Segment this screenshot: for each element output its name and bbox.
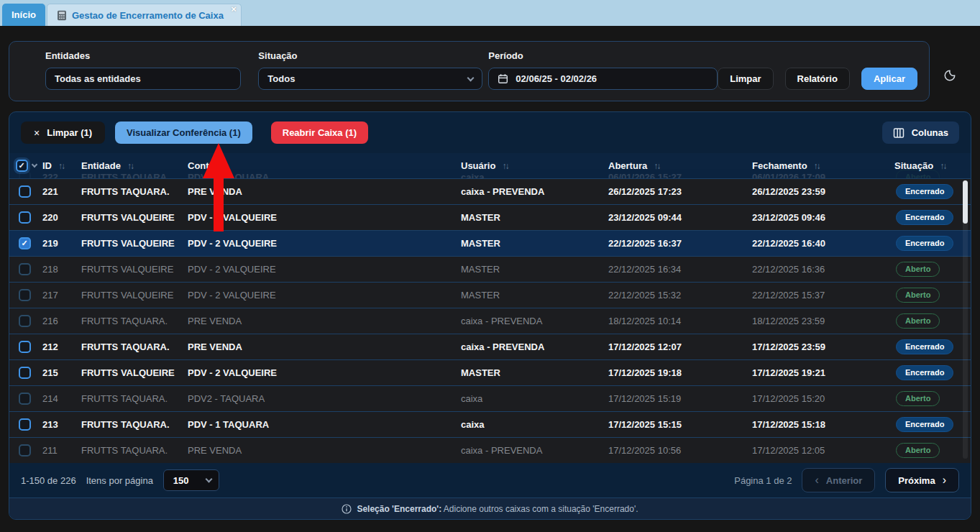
cell-conta: PDV - 2 VALQUEIRE	[185, 367, 458, 378]
info-bold: Seleção 'Encerrado':	[357, 504, 441, 514]
table-row[interactable]: 215 FRUTTS VALQUEIRE PDV - 2 VALQUEIRE M…	[9, 359, 971, 385]
cell-usuario: MASTER	[458, 238, 605, 249]
entidades-input[interactable]: Todas as entidades	[45, 68, 241, 90]
table-row[interactable]: 216 FRUTTS TAQUARA. PRE VENDA caixa - PR…	[9, 308, 971, 334]
row-checkbox[interactable]	[19, 315, 31, 327]
cell-abertura: 22/12/2025 16:34	[605, 264, 749, 275]
table-row[interactable]: 218 FRUTTS VALQUEIRE PDV - 2 VALQUEIRE M…	[9, 256, 971, 282]
per-page-value: 150	[173, 475, 189, 486]
column-header-situacao[interactable]: Situação↑↓	[883, 160, 971, 171]
periodo-date-input[interactable]: 02/06/25 - 02/02/26	[488, 68, 718, 90]
cell-usuario: caixa - PREVENDA	[458, 186, 605, 197]
limpar-selection-button[interactable]: × Limpar (1)	[21, 121, 105, 144]
column-header-entidade[interactable]: Entidade↑↓	[78, 160, 185, 171]
sort-icon[interactable]: ↑↓	[814, 161, 820, 171]
tab-close-icon[interactable]: ×	[231, 5, 237, 14]
cell-usuario: MASTER	[458, 264, 605, 275]
cell-id: 212	[40, 341, 78, 352]
cell-situacao: Aberto	[883, 443, 971, 458]
cell-usuario: caixa - PREVENDA	[458, 445, 605, 456]
sort-icon[interactable]: ↑↓	[502, 161, 508, 171]
row-checkbox[interactable]	[19, 367, 31, 379]
dark-mode-toggle[interactable]	[937, 63, 963, 88]
cell-situacao: Encerrado	[883, 365, 971, 380]
vertical-scrollbar[interactable]	[963, 180, 968, 459]
page-info: Página 1 de 2	[734, 475, 792, 486]
situacao-select[interactable]: Todos	[258, 68, 482, 90]
sort-icon[interactable]: ↑↓	[654, 161, 659, 171]
status-badge: Aberto	[896, 262, 940, 277]
tab-inicio[interactable]: Início	[2, 4, 45, 26]
cell-entidade: FRUTTS VALQUEIRE	[78, 264, 185, 275]
cell-usuario: MASTER	[458, 367, 605, 378]
status-badge: Aberto	[896, 288, 940, 303]
cell-entidade: FRUTTS TAQUARA.	[78, 419, 185, 430]
row-checkbox[interactable]	[19, 185, 31, 198]
cell-abertura: 17/12/2025 12:07	[605, 341, 749, 352]
cell-conta: PDV - 2 VALQUEIRE	[185, 290, 458, 301]
info-text: Adicione outros caixas com a situação 'E…	[444, 504, 638, 514]
table-row[interactable]: 212 FRUTTS TAQUARA. PRE VENDA caixa - PR…	[9, 334, 971, 359]
row-checkbox[interactable]	[19, 444, 31, 457]
column-header-fechamento[interactable]: Fechamento↑↓	[749, 160, 883, 171]
cell-abertura: 18/12/2025 10:14	[605, 316, 749, 326]
aplicar-button[interactable]: Aplicar	[861, 68, 917, 90]
column-header-id[interactable]: ID↑↓	[40, 160, 78, 171]
cell-conta: PDV - 1 TAQUARA	[185, 419, 458, 430]
reabrir-caixa-button[interactable]: Reabrir Caixa (1)	[271, 121, 368, 144]
table-row[interactable]: 217 FRUTTS VALQUEIRE PDV - 2 VALQUEIRE M…	[9, 282, 971, 308]
selection-toolbar: × Limpar (1) Visualizar Conferência (1) …	[9, 112, 971, 153]
sort-icon[interactable]: ↑↓	[58, 161, 64, 171]
cell-id: 216	[40, 316, 78, 326]
table-row[interactable]: 213 FRUTTS TAQUARA. PDV - 1 TAQUARA caix…	[9, 411, 971, 437]
table-row[interactable]: 214 FRUTTS TAQUARA. PDV2 - TAQUARA caixa…	[9, 385, 971, 411]
row-checkbox[interactable]	[19, 211, 31, 224]
cell-situacao: Aberto	[883, 313, 971, 329]
tab-gestao-encerramento[interactable]: Gestao de Encerramento de Caixa ×	[47, 4, 242, 26]
per-page-select[interactable]: 150	[163, 469, 219, 491]
table-row[interactable]: ✓ 219 FRUTTS VALQUEIRE PDV - 2 VALQUEIRE…	[9, 230, 971, 256]
cell-fechamento: 17/12/2025 23:59	[749, 341, 883, 352]
calculator-icon	[57, 10, 67, 21]
chevron-right-icon: ›	[943, 477, 946, 484]
status-badge: Encerrado	[896, 184, 953, 199]
cell-conta: PDV - 2 VALQUEIRE	[185, 212, 458, 223]
range-label: 1-150 de 226	[21, 475, 76, 486]
status-badge: Encerrado	[896, 365, 953, 380]
cell-fechamento: 22/12/2025 16:36	[749, 264, 883, 275]
row-checkbox[interactable]	[19, 263, 31, 275]
table-row[interactable]: 221 FRUTTS TAQUARA. PRE VENDA caixa - PR…	[9, 178, 971, 204]
row-checkbox[interactable]	[19, 289, 31, 301]
column-header-abertura[interactable]: Abertura↑↓	[605, 160, 749, 171]
table-row[interactable]: 211 FRUTTS TAQUARA. PRE VENDA caixa - PR…	[9, 437, 971, 463]
row-checkbox[interactable]	[19, 341, 31, 353]
cell-fechamento: 22/12/2025 16:40	[749, 238, 883, 249]
row-checkbox[interactable]: ✓	[19, 237, 31, 249]
select-all-checkbox[interactable]: ✓	[16, 160, 28, 172]
cell-entidade: FRUTTS VALQUEIRE	[78, 238, 185, 249]
cell-id: 211	[40, 445, 78, 456]
limpar-filter-button[interactable]: Limpar	[718, 68, 773, 90]
table-body: 221 FRUTTS TAQUARA. PRE VENDA caixa - PR…	[9, 178, 971, 463]
visualizar-conferencia-button[interactable]: Visualizar Conferência (1)	[115, 121, 252, 144]
x-icon: ×	[34, 127, 40, 139]
cell-fechamento: 17/12/2025 19:21	[749, 367, 883, 378]
cell-usuario: caixa	[458, 419, 605, 430]
previous-page-button[interactable]: ‹ Anterior	[802, 468, 875, 492]
relatorio-button[interactable]: Relatório	[785, 68, 850, 90]
colunas-button[interactable]: Colunas	[882, 121, 959, 144]
sort-icon[interactable]: ↑↓	[127, 161, 133, 171]
chevron-down-icon	[205, 476, 212, 483]
column-header-usuario[interactable]: Usuário↑↓	[458, 160, 605, 171]
tab-gestao-label: Gestao de Encerramento de Caixa	[72, 10, 224, 21]
table-row[interactable]: 220 FRUTTS VALQUEIRE PDV - 2 VALQUEIRE M…	[9, 204, 971, 230]
row-checkbox[interactable]	[19, 418, 31, 431]
scrollbar-thumb[interactable]	[963, 180, 968, 224]
sort-icon[interactable]: ↑↓	[940, 161, 945, 171]
cell-id: 217	[40, 290, 78, 301]
row-checkbox[interactable]	[19, 393, 31, 405]
cell-entidade: FRUTTS TAQUARA.	[78, 393, 185, 404]
cell-abertura: 17/12/2025 15:15	[605, 419, 749, 430]
select-menu-chevron-icon[interactable]	[31, 162, 37, 168]
next-page-button[interactable]: Próxima ›	[885, 468, 959, 492]
